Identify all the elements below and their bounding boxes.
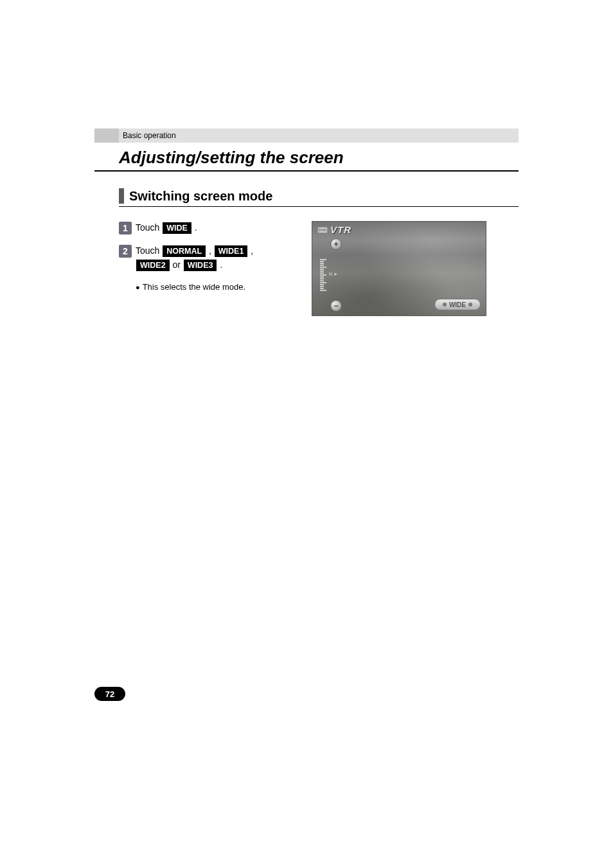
disc-icon: DVD (317, 227, 328, 233)
north-indicator: N ➤ (329, 272, 337, 277)
dot-icon (443, 303, 447, 306)
source-label: VTR (330, 224, 351, 235)
device-screenshot: DVD VTR + − N ➤ WIDE (312, 221, 486, 316)
wide-button[interactable]: WIDE (434, 299, 481, 310)
section-label: Basic operation (119, 128, 519, 143)
subsection-title: Switching screen mode (129, 189, 272, 204)
wide-button-label: WIDE (449, 301, 466, 308)
step-text: Touch (136, 222, 162, 233)
source-badge: DVD VTR (317, 224, 351, 235)
step-text: Touch (136, 245, 162, 256)
step-2: 2 Touch NORMAL , WIDE1 , WIDE2 or WIDE3 … (119, 244, 299, 272)
zoom-in-button[interactable]: + (330, 238, 342, 250)
touch-button-wide: WIDE (163, 222, 191, 234)
page-title: Adjusting/setting the screen (94, 146, 519, 172)
step-1: 1 Touch WIDE . (119, 221, 299, 235)
step-text: , (206, 245, 214, 256)
touch-button-wide1: WIDE1 (215, 245, 248, 257)
step-note: ● This selects the wide mode. (136, 281, 299, 293)
step-text: . (192, 222, 197, 233)
steps-column: 1 Touch WIDE . 2 Touch NORMAL , WIDE1 , … (119, 221, 299, 316)
step-text: , (248, 245, 253, 256)
bullet-icon: ● (136, 281, 140, 293)
step-text: or (170, 260, 183, 270)
step-number-badge: 2 (119, 245, 132, 258)
step-number-badge: 1 (119, 222, 132, 235)
touch-button-normal: NORMAL (163, 245, 206, 257)
step-text: . (217, 260, 222, 270)
zoom-out-button[interactable]: − (330, 300, 342, 312)
zoom-scale[interactable] (320, 241, 326, 309)
touch-button-wide3: WIDE3 (184, 260, 217, 271)
subsection-header: Switching screen mode (119, 188, 519, 207)
dot-icon (468, 303, 472, 306)
subsection-bar-icon (119, 188, 124, 204)
note-text: This selects the wide mode. (143, 281, 245, 293)
page-number: 72 (94, 687, 125, 701)
section-header-bar: Basic operation (94, 128, 519, 143)
touch-button-wide2: WIDE2 (136, 260, 170, 271)
section-accent (94, 128, 119, 143)
